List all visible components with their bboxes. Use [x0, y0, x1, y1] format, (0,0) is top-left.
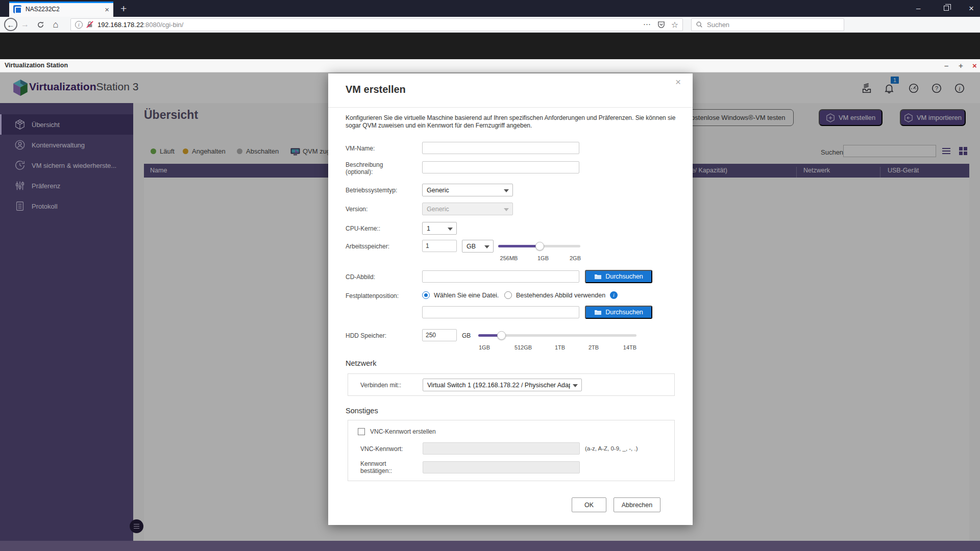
vnc-password-label: VNC-Kennwort:	[360, 445, 428, 453]
ok-button[interactable]: OK	[572, 497, 606, 512]
vm-name-input[interactable]	[422, 142, 579, 154]
browser-navbar: ← → ⌂ i 192.168.178.22:8080/cgi-bin/ ⋯ ☆…	[0, 17, 980, 33]
radio-use-existing-label[interactable]: Bestehendes Abbild verwenden	[516, 292, 605, 299]
description-input[interactable]	[422, 161, 579, 173]
ram-slider[interactable]: 256MB 1GB 2GB	[498, 242, 580, 250]
url-text: 192.168.178.22:8080/cgi-bin/	[97, 21, 643, 29]
disk-info-icon[interactable]: i	[610, 291, 618, 299]
cpu-cores-label: CPU-Kerne::	[346, 225, 413, 232]
folder-icon	[594, 273, 602, 280]
dialog-description: Konfigurieren Sie die virtuelle Maschine…	[346, 114, 683, 130]
bookmark-star-icon[interactable]: ☆	[671, 20, 678, 30]
disk-file-input[interactable]	[422, 306, 579, 318]
hdd-size-label: HDD Speicher:	[346, 332, 413, 339]
url-bar[interactable]: i 192.168.178.22:8080/cgi-bin/ ⋯ ☆	[70, 18, 683, 31]
vs-minimize-button[interactable]: –	[944, 61, 948, 70]
network-section-title: Netzwerk	[346, 359, 376, 367]
radio-use-existing[interactable]	[504, 291, 512, 299]
vm-name-label: VM-Name:	[346, 145, 413, 152]
description-label: Beschreibung (optional):	[346, 161, 406, 176]
version-label: Version:	[346, 206, 413, 213]
confirm-password-input	[423, 461, 580, 473]
create-vm-dialog: × VM erstellen Konfigurieren Sie die vir…	[328, 73, 693, 525]
window-restore-button[interactable]	[944, 6, 949, 11]
disk-position-label: Festplattenposition:	[346, 292, 413, 299]
pocket-icon[interactable]	[657, 21, 665, 29]
cd-image-label: CD-Abbild:	[346, 273, 413, 281]
search-placeholder: Suchen	[707, 21, 729, 29]
vs-window-titlebar: Virtualization Station – + ×	[0, 59, 980, 72]
qnap-favicon-icon	[13, 5, 21, 13]
browser-search-bar[interactable]: Suchen	[691, 18, 844, 31]
folder-icon	[594, 309, 602, 315]
screen: NAS2232C2 × + – × ← → ⌂ i 192.168.178.22…	[0, 0, 980, 551]
page-actions-icon[interactable]: ⋯	[643, 20, 651, 29]
window-minimize-button[interactable]: –	[916, 4, 920, 12]
tab-title: NAS2232C2	[26, 6, 102, 13]
browser-tab[interactable]: NAS2232C2 ×	[9, 2, 113, 17]
ram-slider-handle[interactable]	[535, 242, 544, 251]
back-button[interactable]: ←	[4, 18, 17, 31]
home-button[interactable]: ⌂	[48, 19, 63, 30]
vs-close-button[interactable]: ×	[972, 61, 977, 70]
vs-maximize-button[interactable]: +	[959, 61, 963, 70]
network-group-box: Verbinden mit:: Virtual Switch 1 (192.16…	[348, 373, 675, 396]
vs-window-title: Virtualization Station	[5, 62, 68, 69]
dialog-close-icon[interactable]: ×	[675, 77, 681, 88]
cd-image-input[interactable]	[422, 270, 579, 283]
vnc-password-hint: (a-z, A-Z, 0-9, _, -, .)	[585, 445, 638, 452]
cd-browse-button[interactable]: Durchsuchen	[585, 270, 652, 283]
hdd-size-input[interactable]	[422, 329, 457, 341]
browser-titlebar: NAS2232C2 × + – ×	[0, 0, 980, 17]
reload-button[interactable]	[33, 21, 48, 29]
cpu-cores-select[interactable]: 1	[422, 222, 457, 235]
search-icon	[696, 21, 703, 28]
window-close-button[interactable]: ×	[969, 4, 974, 14]
os-type-label: Betriebssystemtyp:	[346, 187, 413, 194]
disk-browse-button[interactable]: Durchsuchen	[585, 306, 652, 319]
insecure-lock-icon	[86, 21, 93, 28]
tab-close-icon[interactable]: ×	[105, 6, 109, 13]
ram-value-input[interactable]	[422, 240, 457, 252]
vnc-password-checkbox[interactable]	[358, 428, 365, 435]
connect-to-select[interactable]: Virtual Switch 1 (192.168.178.22 / Physi…	[423, 379, 582, 391]
other-group-box: VNC-Kennwort erstellen VNC-Kennwort: (a-…	[348, 420, 675, 481]
connect-to-label: Verbinden mit::	[360, 382, 428, 389]
qnap-desktop-bar: Virtualization St... × i 6 admin ▾ ⋮	[0, 33, 980, 59]
forward-button[interactable]: →	[17, 20, 33, 29]
cancel-button[interactable]: Abbrechen	[614, 497, 660, 512]
radio-choose-file[interactable]	[422, 291, 430, 299]
ram-unit-select[interactable]: GB	[462, 240, 494, 253]
version-select: Generic	[422, 203, 513, 215]
active-tab-accent	[9, 2, 113, 3]
new-tab-button[interactable]: +	[120, 2, 127, 15]
dialog-title: VM erstellen	[346, 84, 406, 95]
vnc-checkbox-label[interactable]: VNC-Kennwort erstellen	[370, 428, 436, 435]
hdd-slider-handle[interactable]	[497, 331, 506, 340]
hdd-unit-label: GB	[462, 332, 477, 339]
hdd-slider[interactable]: 1GB 512GB 1TB 2TB 14TB	[478, 331, 636, 339]
ram-label: Arbeitsspeicher:	[346, 243, 413, 250]
radio-choose-file-label[interactable]: Wählen Sie eine Datei.	[434, 292, 499, 299]
confirm-password-label: Kennwort bestätigen::	[360, 460, 411, 474]
vnc-password-input	[423, 442, 580, 455]
os-type-select[interactable]: Generic	[422, 184, 513, 196]
page-info-icon[interactable]: i	[75, 21, 83, 29]
other-section-title: Sonstiges	[346, 407, 378, 415]
